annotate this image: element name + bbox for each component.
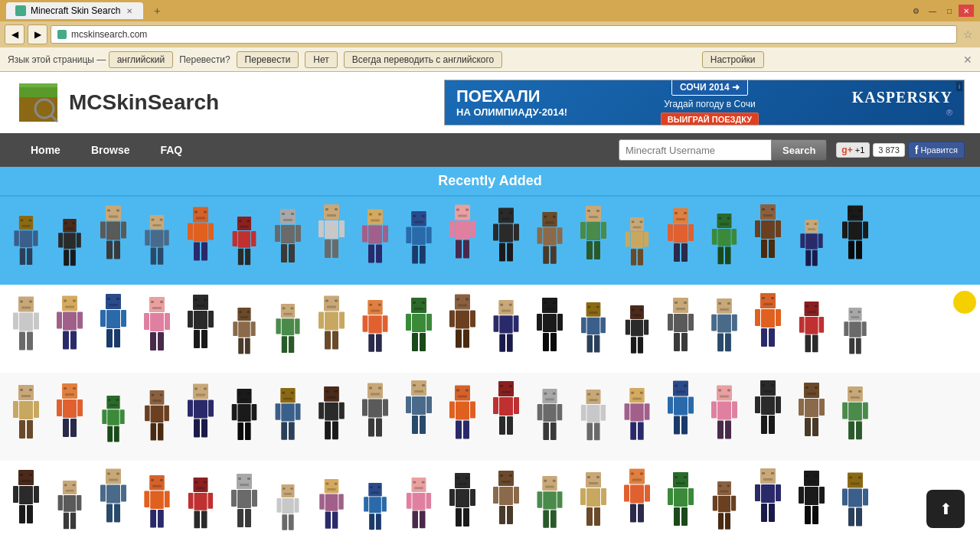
skin-item[interactable] [789, 200, 833, 282]
skin-item[interactable] [702, 288, 746, 370]
skin-item[interactable] [353, 376, 397, 458]
skin-item[interactable] [91, 464, 135, 546]
skin-item[interactable] [397, 200, 440, 282]
skin-item[interactable] [222, 376, 266, 458]
skin-item[interactable] [397, 288, 440, 370]
skin-item[interactable] [397, 376, 440, 458]
skin-item[interactable] [528, 464, 571, 546]
back-button[interactable]: ◀ [5, 24, 24, 44]
scroll-up-button[interactable]: ⬆ [926, 490, 965, 528]
skin-item[interactable] [47, 376, 91, 458]
translate-button[interactable]: Перевести [237, 51, 299, 68]
skin-item[interactable] [484, 376, 528, 458]
skin-item[interactable] [528, 376, 571, 458]
skin-item[interactable] [47, 288, 91, 370]
tab-close-btn[interactable]: ✕ [125, 6, 134, 15]
nav-home[interactable]: Home [15, 133, 76, 167]
skin-item[interactable] [222, 288, 266, 370]
skin-item[interactable] [789, 288, 833, 370]
nav-browse[interactable]: Browse [76, 133, 145, 167]
skin-item[interactable] [47, 464, 91, 546]
skin-item[interactable] [309, 376, 353, 458]
skin-item[interactable] [178, 376, 222, 458]
skin-item[interactable] [91, 376, 135, 458]
skin-item[interactable] [658, 376, 702, 458]
skin-item[interactable] [702, 200, 746, 282]
skin-item[interactable] [571, 464, 615, 546]
skin-item[interactable] [615, 464, 658, 546]
search-input[interactable] [619, 139, 772, 161]
skin-item[interactable] [702, 464, 746, 546]
site-logo[interactable]: MCSkinSearch [15, 80, 219, 126]
skin-item[interactable] [309, 200, 353, 282]
skin-item[interactable] [658, 288, 702, 370]
skin-item[interactable] [528, 200, 571, 282]
skin-item[interactable] [353, 288, 397, 370]
skin-item[interactable] [833, 288, 877, 370]
skin-item[interactable] [746, 200, 789, 282]
skin-item[interactable] [571, 200, 615, 282]
skin-item[interactable] [615, 376, 658, 458]
skin-item[interactable] [789, 376, 833, 458]
skin-item[interactable] [135, 376, 178, 458]
language-dropdown[interactable]: английский [109, 51, 173, 68]
always-translate-button[interactable]: Всегда переводить с английского [344, 51, 502, 68]
skin-item[interactable] [440, 376, 484, 458]
skin-item[interactable] [222, 464, 266, 546]
settings-icon[interactable]: ⚙ [908, 5, 923, 17]
skin-item[interactable] [266, 376, 309, 458]
skin-item[interactable] [833, 200, 877, 282]
skin-item[interactable] [746, 464, 789, 546]
minimize-button[interactable]: — [925, 5, 940, 17]
skin-item[interactable] [528, 288, 571, 370]
skin-item[interactable] [571, 288, 615, 370]
skin-item[interactable] [4, 464, 47, 546]
skin-item[interactable] [135, 200, 178, 282]
google-plus-button[interactable]: g+ +1 [836, 142, 870, 158]
skin-item[interactable] [309, 288, 353, 370]
skin-item[interactable] [658, 464, 702, 546]
translate-bar-close[interactable]: ✕ [963, 54, 972, 66]
skin-item[interactable] [615, 200, 658, 282]
no-translate-button[interactable]: Нет [305, 51, 337, 68]
skin-item[interactable] [178, 288, 222, 370]
skin-item[interactable] [266, 200, 309, 282]
skin-item[interactable] [135, 288, 178, 370]
skin-item[interactable] [484, 288, 528, 370]
skin-item[interactable] [571, 376, 615, 458]
active-tab[interactable]: Minecraft Skin Search ✕ [6, 2, 143, 19]
skin-item[interactable] [178, 200, 222, 282]
skin-item[interactable] [440, 464, 484, 546]
skin-item[interactable] [4, 288, 47, 370]
skin-item[interactable] [91, 200, 135, 282]
address-bar[interactable]: mcskinsearch.com [51, 25, 957, 44]
skin-item[interactable] [4, 200, 47, 282]
skin-item[interactable] [47, 200, 91, 282]
ad-banner[interactable]: ПОЕХАЛИ НА ОЛИМПИАДУ-2014! СОЧИ 2014 ➜ У… [444, 80, 965, 126]
skin-item[interactable] [353, 464, 397, 546]
skin-item[interactable] [397, 464, 440, 546]
skin-item[interactable] [440, 200, 484, 282]
skin-item[interactable] [135, 464, 178, 546]
skin-item[interactable] [266, 288, 309, 370]
skin-item[interactable] [658, 200, 702, 282]
skin-item[interactable] [746, 288, 789, 370]
nav-faq[interactable]: FAQ [145, 133, 198, 167]
facebook-button[interactable]: f Нравится [908, 142, 965, 158]
skin-item[interactable] [4, 376, 47, 458]
settings-button[interactable]: Настройки [702, 51, 764, 68]
skin-item[interactable] [266, 464, 309, 546]
skin-item[interactable] [178, 464, 222, 546]
skin-item[interactable] [484, 200, 528, 282]
skin-item[interactable] [440, 288, 484, 370]
skin-item[interactable] [222, 200, 266, 282]
skin-item[interactable] [91, 288, 135, 370]
skin-item[interactable] [484, 464, 528, 546]
bookmark-button[interactable]: ☆ [960, 27, 975, 42]
skin-item[interactable] [309, 464, 353, 546]
maximize-button[interactable]: □ [942, 5, 957, 17]
new-tab-button[interactable]: + [149, 3, 165, 18]
skin-item[interactable] [353, 200, 397, 282]
search-button[interactable]: Search [772, 139, 827, 161]
skin-item[interactable] [833, 376, 877, 458]
